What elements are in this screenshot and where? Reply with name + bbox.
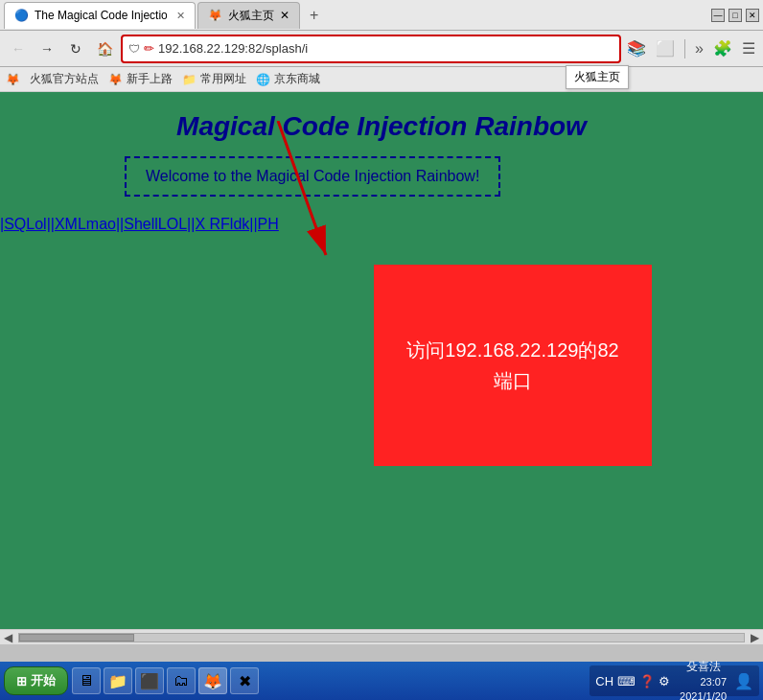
- tab-container: 🔵 The Magical Code Injection Ra ✕ 🦊 火狐主页…: [4, 2, 711, 29]
- start-label: 开始: [31, 672, 56, 689]
- bookmark-jd-icon: 🌐: [256, 73, 270, 86]
- tab-1[interactable]: 🔵 The Magical Code Injection Ra ✕: [4, 2, 196, 29]
- red-popup: 访问192.168.22.129的82 端口: [374, 265, 652, 466]
- tab1-label: The Magical Code Injection Ra: [35, 9, 167, 22]
- welcome-text: Welcome to the Magical Code Injection Ra…: [146, 168, 479, 184]
- bookmark-newuser[interactable]: 🦊 新手上路: [108, 71, 173, 87]
- taskbar-item-3[interactable]: ⬛: [135, 667, 164, 694]
- tab1-icon: 🔵: [14, 9, 29, 22]
- window-controls: — □ ✕: [711, 9, 759, 22]
- page-title: Magical Code Injection Rainbow: [0, 92, 763, 156]
- bookmark-jd[interactable]: 🌐 京东商城: [256, 71, 320, 87]
- overflow-menu-icon[interactable]: »: [693, 38, 705, 59]
- taskbar-item-4[interactable]: 🗂: [167, 667, 196, 694]
- nav-links[interactable]: |SQLol||XMLmao||ShellLOL||X RFldk||PH: [0, 211, 763, 238]
- tab2-label: 火狐主页: [228, 8, 274, 24]
- user-icon: 👤: [734, 672, 753, 690]
- bookmark-common-label: 常用网址: [200, 71, 246, 87]
- navigation-bar: ← → ↻ 🏠 🛡 ✏ 火狐主页 📚 ⬜ » 🧩 ☰: [0, 31, 763, 67]
- scrollbar-left-btn[interactable]: ◀: [0, 631, 16, 644]
- bookmark-jd-label: 京东商城: [274, 71, 320, 87]
- bookmark-common-icon: 📁: [182, 73, 197, 86]
- scrollbar-right-btn[interactable]: ▶: [747, 631, 763, 644]
- back-button[interactable]: ←: [6, 36, 31, 61]
- tab2-icon: 🦊: [208, 9, 222, 22]
- forward-button[interactable]: →: [35, 36, 59, 61]
- hamburger-menu-icon[interactable]: ☰: [740, 37, 757, 59]
- popup-text-line2: 端口: [494, 365, 532, 396]
- title-bar: 🔵 The Magical Code Injection Ra ✕ 🦊 火狐主页…: [0, 0, 763, 31]
- bookmarks-icon[interactable]: 📚: [625, 37, 648, 59]
- clock-time: 23:07: [680, 675, 727, 688]
- nav-links-text: |SQLol||XMLmao||ShellLOL||X RFldk||PH: [0, 216, 279, 232]
- taskbar-system: CH ⌨ ❓ ⚙ 殳喜法 23:07 2021/1/20 👤: [590, 665, 759, 696]
- start-button[interactable]: ⊞ 开始: [4, 666, 68, 695]
- edit-icon: ✏: [144, 41, 154, 56]
- keyboard-icon: ⌨: [617, 674, 636, 688]
- taskbar: ⊞ 开始 🖥 📁 ⬛ 🗂 🦊 ✖ CH ⌨ ❓ ⚙ 殳喜法 23:07 2021…: [0, 662, 763, 700]
- welcome-box: Welcome to the Magical Code Injection Ra…: [125, 156, 500, 197]
- taskbar-item-firefox[interactable]: 🦊: [198, 667, 227, 694]
- lang-icon: CH: [595, 674, 613, 688]
- bookmark-firefox[interactable]: 火狐官方站点: [30, 71, 99, 87]
- bookmarks-bar: 🦊 火狐官方站点 🦊 新手上路 📁 常用网址 🌐 京东商城: [0, 67, 763, 92]
- settings-icon: ⚙: [659, 674, 670, 688]
- maximize-button[interactable]: □: [728, 9, 742, 22]
- scrollbar-thumb[interactable]: [19, 634, 134, 642]
- new-tab-button[interactable]: +: [306, 7, 322, 24]
- nav-icons: 📚 ⬜ » 🧩 ☰: [625, 37, 757, 59]
- scrollbar-track[interactable]: [18, 633, 745, 642]
- tab-2[interactable]: 🦊 火狐主页 ✕: [197, 2, 300, 29]
- home-button[interactable]: 🏠: [92, 36, 117, 61]
- popup-text-line1: 访问192.168.22.129的82: [406, 335, 618, 365]
- chinese-text: 殳喜法: [686, 659, 721, 675]
- clock-date: 2021/1/20: [680, 689, 727, 701]
- bookmark-firefox-label: 火狐官方站点: [30, 71, 99, 87]
- help-icon: ❓: [639, 674, 655, 688]
- taskbar-item-1[interactable]: 🖥: [72, 667, 101, 694]
- nav-separator: [684, 39, 685, 58]
- minimize-button[interactable]: —: [711, 9, 725, 22]
- security-icon: 🛡: [128, 42, 140, 56]
- bookmark-common[interactable]: 📁 常用网址: [182, 71, 246, 87]
- address-bar-container: 🛡 ✏ 火狐主页: [121, 35, 621, 63]
- taskbar-item-2[interactable]: 📁: [104, 667, 132, 694]
- scrollbar-area: ◀ ▶: [0, 629, 763, 644]
- address-input[interactable]: [158, 41, 613, 56]
- taskbar-clock: 23:07 2021/1/20: [680, 675, 727, 700]
- sys-icons: CH ⌨ ❓ ⚙: [595, 674, 670, 688]
- browser-content: Magical Code Injection Rainbow Welcome t…: [0, 92, 763, 629]
- bookmark-firefox-icon: 🦊: [6, 73, 20, 86]
- taskbar-item-5[interactable]: ✖: [230, 667, 259, 694]
- reload-button[interactable]: ↻: [63, 36, 88, 61]
- tab2-close[interactable]: ✕: [280, 9, 289, 22]
- bookmark-newuser-icon: 🦊: [108, 73, 123, 86]
- address-tooltip: 火狐主页: [566, 65, 629, 89]
- bookmark-newuser-label: 新手上路: [127, 71, 173, 87]
- close-button[interactable]: ✕: [746, 9, 759, 22]
- reader-mode-icon[interactable]: ⬜: [654, 37, 677, 59]
- tab1-close[interactable]: ✕: [176, 10, 185, 22]
- extensions-icon[interactable]: 🧩: [711, 37, 734, 59]
- start-icon: ⊞: [16, 674, 27, 688]
- taskbar-items: 🖥 📁 ⬛ 🗂 🦊 ✖: [72, 667, 586, 694]
